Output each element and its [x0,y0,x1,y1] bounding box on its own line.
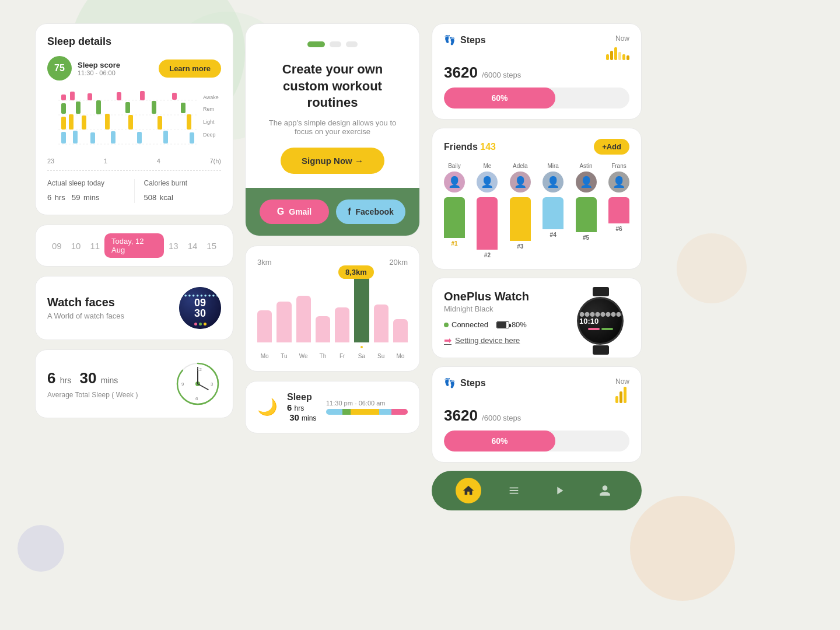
distance-day-labels: Mo Tu We Th Fr Sa Su Mo [257,353,408,359]
friend-baily: Baily 👤 #1 [444,163,465,258]
svg-rect-23 [61,132,66,144]
steps-value-1: 3620 /6000 steps [444,64,629,82]
svg-rect-22 [187,114,191,130]
svg-text:9: 9 [181,382,184,387]
watch-circle: ⬤⬤⬤⬤⬤⬤⬤⬤ 10:10 [577,297,624,345]
friends-grid: Baily 👤 #1 Me 👤 #2 [444,163,629,258]
svg-rect-20 [128,115,133,130]
friends-header: Friends 143 +Add [444,139,629,155]
watch-faces-title: Watch faces [47,296,124,309]
date-10[interactable]: 10 [66,237,86,254]
learn-more-button[interactable]: Learn more [159,60,221,78]
date-11[interactable]: 11 [85,237,104,254]
signup-card-dots [260,41,405,47]
sleep-card-title: Sleep details [47,36,221,48]
watch-info: OnePlus Watch Midnight Black Connected 8… [444,290,529,346]
friend-adela: Adela 👤 #3 [510,163,531,258]
sleep-color-bar [326,409,408,415]
sleep-small-card: 🌙 Sleep 6 hrs 30 mins 11:30 pm - 06:00 a… [245,381,420,433]
steps-card-1: 👣 Steps Now 3620 [432,23,642,120]
distance-header: 3km 20km [257,258,408,267]
distance-max-label: 20km [389,258,408,267]
watch-face-time: 09 30 [194,298,206,318]
calories-value: 508 kcal [144,190,222,203]
date-14[interactable]: 14 [183,237,202,254]
time-label-23: 23 [47,158,54,164]
svg-rect-12 [96,100,101,114]
calories-stat: Calories burnt 508 kcal [134,179,222,203]
sleep-avg-label: Average Total Sleep ( Week ) [47,391,138,399]
day-th: Th [316,353,330,359]
watch-faces-text: Watch faces A World of watch faces [47,296,124,320]
play-icon [553,484,566,497]
mini-bar-2c [624,387,626,403]
gmail-button[interactable]: G Gmail [260,200,329,224]
watch-image: ⬤⬤⬤⬤⬤⬤⬤⬤ 10:10 [577,292,629,344]
nav-user[interactable] [592,478,618,503]
mini-bar-1f [626,55,629,60]
dist-bar-we [296,296,311,342]
time-label-1: 1 [104,158,107,164]
svg-rect-11 [76,102,80,114]
add-friend-button[interactable]: +Add [594,139,629,155]
friends-card: Friends 143 +Add Baily 👤 #1 Me [432,128,642,270]
svg-rect-25 [90,132,95,144]
friend-mira-name: Mira [547,163,558,169]
watch-face-preview[interactable]: ●●●●●●●●●● 09 30 [179,287,221,329]
watch-face-dots [179,323,221,326]
friend-frans-rank: #6 [615,226,622,232]
friend-mira-rank: #4 [550,232,556,238]
svg-rect-29 [190,132,194,144]
sleep-small-info: Sleep 6 hrs 30 mins [287,392,317,422]
battery-info: 80% [496,320,527,329]
date-09[interactable]: 09 [47,237,66,254]
watch-screen-time: 10:10 [579,317,621,326]
setting-device-link[interactable]: ➡ Setting device here [444,335,529,346]
svg-rect-4 [61,94,66,100]
sleep-time-range-small: 11:30 pm - 06:00 am [326,400,408,407]
svg-text:Light: Light [203,119,215,125]
nav-home[interactable] [456,478,481,503]
steps-title-row-1: 👣 Steps [444,34,486,46]
battery-level: 80% [512,320,527,329]
setting-link-label: Setting device here [455,336,520,345]
gmail-label: Gmail [289,207,312,216]
dist-bar-th [316,316,330,342]
steps-bar-1: 60% [444,88,629,108]
day-tu: Tu [276,353,291,359]
steps-title-1: Steps [460,35,486,46]
friend-me-avatar: 👤 [477,172,498,192]
svg-rect-13 [125,102,130,113]
home-icon [462,484,475,497]
sleep-avg-value: 6 hrs 30 mins [47,369,138,387]
nav-cards[interactable] [501,478,527,503]
dist-bar-su [374,304,388,342]
mini-bar-2b [620,391,622,403]
svg-rect-19 [105,114,110,130]
date-15[interactable]: 15 [202,237,221,254]
friend-frans-bar [608,197,629,223]
distance-chart-container: 8,3km [257,272,408,359]
signup-card-subtitle: The app's simple design allows you to fo… [260,118,405,136]
steps-title-2: Steps [460,378,486,388]
date-today[interactable]: Today, 12 Aug [104,233,164,258]
dot-gray2 [346,41,358,47]
nav-play[interactable] [547,478,572,503]
actual-sleep-value: 6 hrs 59 mins [47,190,125,203]
sleep-seg-green [342,409,351,415]
day-we: We [296,353,311,359]
date-selector-card: 09 10 11 Today, 12 Aug 13 14 15 [35,225,233,267]
signup-now-button[interactable]: Signup Now → [281,148,384,174]
date-13[interactable]: 13 [164,237,183,254]
distance-dot-indicator [257,345,408,349]
facebook-button[interactable]: f Facebook [336,200,405,224]
friend-mira-avatar: 👤 [542,172,564,192]
sleep-small-value: 6 hrs 30 mins [287,402,317,422]
sleep-time-axis: 23 1 4 7(h) [47,158,221,171]
friend-mira-bar [542,197,564,229]
day-fr: Fr [335,353,349,359]
sleep-details-card: Sleep details 75 Sleep score 11:30 - 06:… [35,23,233,215]
friend-frans-name: Frans [611,163,626,169]
calories-label: Calories burnt [144,179,222,187]
battery-icon [496,321,509,328]
